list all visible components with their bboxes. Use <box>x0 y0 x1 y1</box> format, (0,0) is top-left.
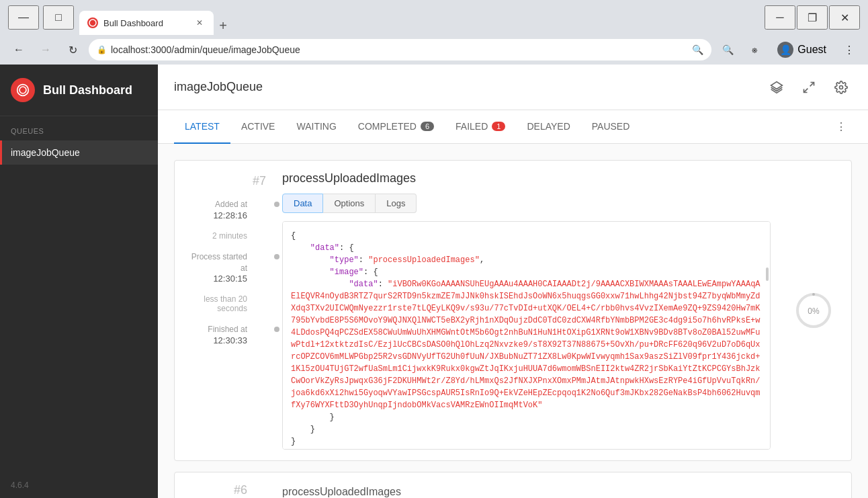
search-icon: 🔍 <box>692 44 703 55</box>
tab-failed[interactable]: FAILED 1 <box>445 110 516 144</box>
job-progress: 0% <box>787 171 840 450</box>
address-text: localhost:3000/admin/queue/imageJobQueue <box>111 44 688 55</box>
sidebar-header: Bull Dashboard <box>0 65 158 116</box>
failed-badge: 1 <box>492 122 505 131</box>
added-at-value: 12:28:16 <box>185 210 247 220</box>
job-tab-data[interactable]: Data <box>282 194 323 213</box>
browser-close-button[interactable]: ✕ <box>829 5 860 30</box>
job-number: #7 <box>185 174 266 188</box>
json-content: { "data": { "type": "processUploadedImag… <box>282 221 771 450</box>
job-tab-logs[interactable]: Logs <box>376 194 417 213</box>
added-at-label: Added at <box>185 199 247 210</box>
svg-line-6 <box>804 88 808 92</box>
tab-title: Bull Dashboard <box>103 18 163 28</box>
header-icons <box>766 77 852 98</box>
job-card-6: #6 processUploadedImages <box>174 472 852 498</box>
job-detail: processUploadedImages Data Options Logs … <box>282 171 771 450</box>
main-header: imageJobQueue <box>158 65 868 110</box>
profile-icon: 👤 <box>777 42 793 58</box>
json-scrollbar <box>766 267 769 281</box>
job-title: processUploadedImages <box>282 171 771 185</box>
browser-tab[interactable]: Bull Dashboard ✕ <box>79 11 214 35</box>
sidebar: Bull Dashboard QUEUES imageJobQueue 4.6.… <box>0 65 158 498</box>
finished-duration-label: less than 20 seconds <box>204 294 247 313</box>
job-card-7: #7 Added at 12:28:16 2 minutes Process s… <box>174 160 852 461</box>
duration-label: 2 minutes <box>212 231 247 241</box>
browser-minimize-button[interactable]: ─ <box>765 5 795 30</box>
job-timeline: #7 Added at 12:28:16 2 minutes Process s… <box>185 171 266 450</box>
browser-restore-button[interactable]: ❐ <box>797 5 828 30</box>
finished-at-label: Finished at <box>185 324 247 335</box>
sidebar-title: Bull Dashboard <box>43 83 132 97</box>
new-tab-button[interactable]: + <box>214 16 232 35</box>
minimize-button[interactable]: — <box>8 5 39 30</box>
progress-circle: 0% <box>793 290 834 331</box>
tab-latest[interactable]: LATEST <box>174 110 230 144</box>
lock-icon: 🔒 <box>97 45 107 54</box>
address-bar[interactable]: 🔒 localhost:3000/admin/queue/imageJobQue… <box>89 39 711 60</box>
tabs-more-button[interactable]: ⋮ <box>830 116 852 138</box>
reload-button[interactable]: ↻ <box>62 39 83 60</box>
process-started-label: Process started at <box>185 251 247 274</box>
tab-active[interactable]: ACTIVE <box>230 110 286 144</box>
app-logo <box>11 78 35 102</box>
completed-badge: 6 <box>421 122 434 131</box>
profile-button[interactable]: 👤 Guest <box>771 39 833 60</box>
tab-close-button[interactable]: ✕ <box>193 17 206 29</box>
tab-favicon <box>87 17 98 28</box>
svg-line-5 <box>810 82 814 86</box>
job-number-6: #6 <box>185 483 247 497</box>
job-title-6: processUploadedImages <box>282 486 401 498</box>
svg-point-3 <box>19 87 26 93</box>
address-bar-row: ← → ↻ 🔒 localhost:3000/admin/queue/image… <box>0 35 868 65</box>
tab-paused[interactable]: PAUSED <box>581 110 641 144</box>
tab-delayed[interactable]: DELAYED <box>516 110 580 144</box>
queues-section-label: QUEUES <box>0 116 158 140</box>
job-tab-options[interactable]: Options <box>323 194 376 213</box>
forward-button[interactable]: → <box>35 39 56 60</box>
browser-search-button[interactable]: 🔍 <box>717 39 738 60</box>
sidebar-item-imageJobQueue[interactable]: imageJobQueue <box>0 140 158 165</box>
maximize-button[interactable]: □ <box>43 5 74 30</box>
timeline-dot-added <box>274 202 279 207</box>
svg-point-7 <box>840 85 843 89</box>
sidebar-version: 4.6.4 <box>0 472 158 498</box>
settings-icon[interactable] <box>830 77 852 98</box>
tab-waiting[interactable]: WAITING <box>286 110 347 144</box>
layers-icon[interactable] <box>766 77 787 98</box>
job-tabs: Data Options Logs <box>282 194 771 213</box>
profile-label: Guest <box>797 44 826 56</box>
content-area: #7 Added at 12:28:16 2 minutes Process s… <box>158 144 868 498</box>
finished-at-value: 12:30:33 <box>185 335 247 345</box>
back-button[interactable]: ← <box>8 39 30 60</box>
tabs-bar: LATEST ACTIVE WAITING COMPLETED 6 FAILED… <box>158 110 868 144</box>
process-started-value: 12:30:15 <box>185 274 247 284</box>
split-view-button[interactable]: ⎈ <box>744 39 765 60</box>
timeline-dot-started <box>274 254 279 259</box>
queue-item-label: imageJobQueue <box>11 147 80 158</box>
fullscreen-icon[interactable] <box>798 77 820 98</box>
timeline-dot-finished <box>274 327 279 332</box>
main-content: imageJobQueue <box>158 65 868 498</box>
tab-completed[interactable]: COMPLETED 6 <box>347 110 445 144</box>
browser-menu-button[interactable]: ⋮ <box>838 39 860 60</box>
progress-text: 0% <box>808 306 820 316</box>
queue-name-title: imageJobQueue <box>174 80 766 94</box>
